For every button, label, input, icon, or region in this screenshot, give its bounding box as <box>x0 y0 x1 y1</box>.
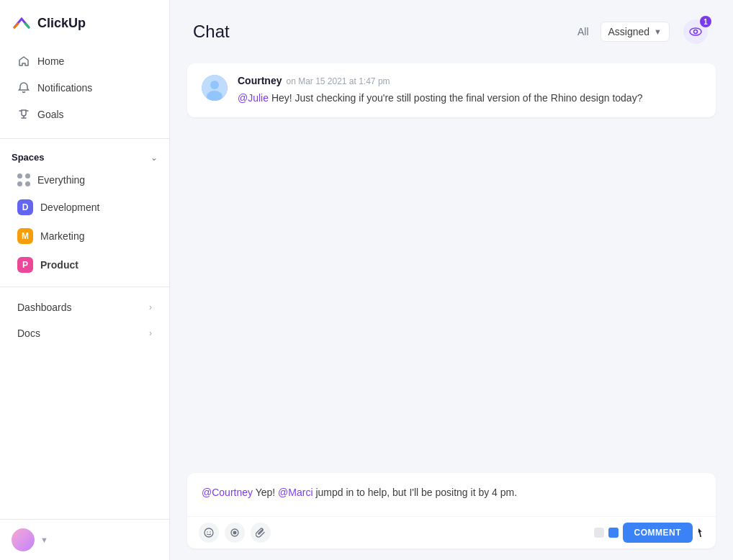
product-label: Product <box>40 259 78 271</box>
sidebar-item-product[interactable]: P Product <box>6 251 163 279</box>
app-name: ClickUp <box>37 16 86 31</box>
reply-footer: COMMENT <box>187 516 716 548</box>
emoji-icon[interactable] <box>199 523 219 543</box>
mention-marci: @Marci <box>278 487 312 498</box>
notifications-label: Notifications <box>37 82 92 94</box>
format-toggle-inactive[interactable] <box>594 528 604 538</box>
filter-assigned-dropdown[interactable]: Assigned ▼ <box>601 22 670 42</box>
product-badge: P <box>17 257 33 273</box>
sidebar-divider-1 <box>0 138 169 139</box>
mention-courtney: @Courtney <box>202 487 253 498</box>
svg-point-0 <box>690 28 701 35</box>
sidebar-item-everything[interactable]: Everything <box>6 168 163 192</box>
user-chevron-icon: ▼ <box>40 536 48 544</box>
everything-label: Everything <box>37 174 85 186</box>
home-icon <box>17 55 30 68</box>
svg-point-5 <box>204 528 213 537</box>
message-author: Courtney <box>238 75 282 86</box>
goals-label: Goals <box>37 109 64 120</box>
bell-icon <box>17 81 30 94</box>
chat-messages: Courtney on Mar 15 2021 at 1:47 pm @Juli… <box>170 58 733 473</box>
sidebar-item-goals[interactable]: Goals <box>6 101 163 127</box>
svg-point-6 <box>207 531 208 533</box>
reply-box: @Courtney Yep! @Marci jumpd in to help, … <box>187 473 716 548</box>
cursor-indicator <box>698 528 704 537</box>
sidebar-item-development[interactable]: D Development <box>6 194 163 221</box>
svg-point-1 <box>694 30 698 34</box>
chat-header: Chat All Assigned ▼ 1 <box>170 0 733 58</box>
sidebar-item-marketing[interactable]: M Marketing <box>6 222 163 250</box>
docs-label: Docs <box>17 328 40 339</box>
reply-text-1: Yep! <box>253 487 278 498</box>
record-icon[interactable] <box>225 523 245 543</box>
development-badge: D <box>17 199 33 215</box>
message-text: @Julie Hey! Just checking if you're stil… <box>238 91 701 106</box>
attachment-icon[interactable] <box>251 523 271 543</box>
message-body: Courtney on Mar 15 2021 at 1:47 pm @Juli… <box>238 75 701 106</box>
clickup-logo-icon <box>12 13 32 33</box>
docs-chevron-icon: › <box>149 328 152 338</box>
user-profile[interactable]: ▼ <box>0 519 169 560</box>
sidebar-item-home[interactable]: Home <box>6 48 163 74</box>
sidebar-item-dashboards[interactable]: Dashboards › <box>6 295 163 320</box>
comment-button[interactable]: COMMENT <box>623 523 693 543</box>
marketing-label: Marketing <box>40 230 84 242</box>
sidebar-item-docs[interactable]: Docs › <box>6 321 163 346</box>
svg-point-3 <box>210 81 219 89</box>
spaces-label: Spaces <box>12 152 45 163</box>
home-label: Home <box>37 55 64 67</box>
reply-text-area[interactable]: @Courtney Yep! @Marci jumpd in to help, … <box>187 473 716 516</box>
main-content: Chat All Assigned ▼ 1 <box>170 0 733 560</box>
avatar <box>12 528 35 551</box>
logo[interactable]: ClickUp <box>0 0 169 45</box>
message-time: on Mar 15 2021 at 1:47 pm <box>286 76 390 86</box>
watch-count: 1 <box>700 16 711 27</box>
development-label: Development <box>40 202 100 213</box>
table-row: Courtney on Mar 15 2021 at 1:47 pm @Juli… <box>187 63 716 117</box>
main-nav: Home Notifications Goals <box>0 45 169 131</box>
avatar <box>202 75 228 101</box>
watch-badge[interactable]: 1 <box>681 17 710 46</box>
filter-all-button[interactable]: All <box>577 26 589 37</box>
chevron-down-icon: ⌄ <box>150 153 158 163</box>
message-content: Hey! Just checking if you're still posti… <box>269 92 642 104</box>
message-meta: Courtney on Mar 15 2021 at 1:47 pm <box>238 75 701 86</box>
spaces-header[interactable]: Spaces ⌄ <box>0 146 169 167</box>
reply-actions-left <box>199 523 271 543</box>
assigned-label: Assigned <box>608 26 650 37</box>
svg-point-9 <box>233 531 237 535</box>
reply-text-2: jumpd in to help, but I'll be positng it… <box>313 487 518 498</box>
sidebar-divider-2 <box>0 286 169 287</box>
format-toggle-active[interactable] <box>608 528 619 538</box>
sidebar: ClickUp Home Notifications <box>0 0 170 560</box>
svg-point-7 <box>210 531 211 533</box>
chat-title: Chat <box>193 22 566 42</box>
mention-julie: @Julie <box>238 92 269 104</box>
reply-actions-right: COMMENT <box>594 523 705 543</box>
marketing-badge: M <box>17 228 33 244</box>
dashboards-chevron-icon: › <box>149 302 152 312</box>
assigned-chevron-icon: ▼ <box>654 27 662 36</box>
sidebar-item-notifications[interactable]: Notifications <box>6 75 163 101</box>
trophy-icon <box>17 108 30 121</box>
dashboards-label: Dashboards <box>17 302 72 313</box>
courtney-avatar <box>202 75 228 101</box>
everything-grid-icon <box>17 173 30 186</box>
user-avatar-img <box>12 528 35 551</box>
